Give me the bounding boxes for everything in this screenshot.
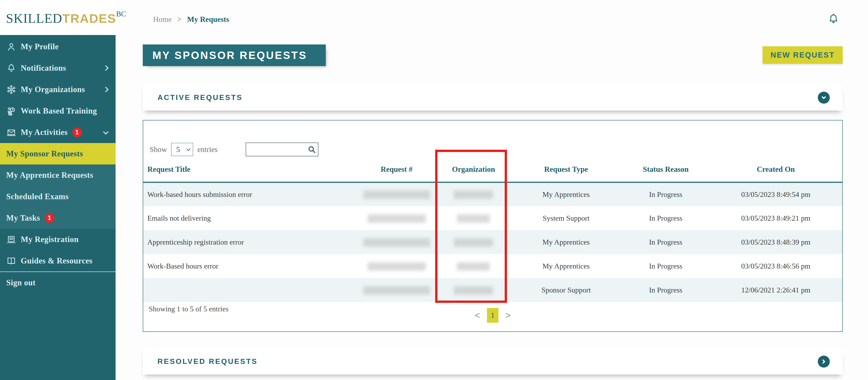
notifications-bell-icon[interactable] <box>828 12 839 25</box>
cell-organization <box>437 254 510 278</box>
sidebar-item-label: Scheduled Exams <box>6 192 69 201</box>
app-window: SKILLEDTRADESBC My Profile Notifications <box>0 0 868 380</box>
training-clock-icon <box>6 106 17 116</box>
sidebar-item-label: My Registration <box>21 235 79 244</box>
sidebar-item-my-apprentice-requests[interactable]: My Apprentice Requests <box>0 165 116 186</box>
page-size-select[interactable]: 5 <box>171 143 193 156</box>
active-requests-panel: Show 5 entries Request Tit <box>143 120 843 332</box>
activities-icon <box>6 127 17 138</box>
chevron-right-icon <box>821 358 827 364</box>
breadcrumb-home-link[interactable]: Home <box>153 15 172 24</box>
cell-organization <box>437 278 510 302</box>
requests-table: Request Title Request # Organization Req… <box>143 157 842 302</box>
cell-request-number <box>356 182 437 206</box>
cell-request-title <box>143 278 356 302</box>
cell-status-reason: In Progress <box>622 206 710 230</box>
redacted-request-number <box>368 214 426 223</box>
sidebar-item-guides-resources[interactable]: Guides & Resources <box>0 250 116 271</box>
table-row[interactable]: Sponsor Support In Progress 12/06/2021 2… <box>143 278 842 302</box>
pagination-prev-button[interactable]: < <box>475 310 480 321</box>
sidebar-item-notifications[interactable]: Notifications <box>0 57 116 79</box>
cell-request-title: Work-Based hours error <box>143 254 356 278</box>
breadcrumb: Home > My Requests <box>153 15 229 24</box>
breadcrumb-current: My Requests <box>187 15 229 24</box>
redacted-request-number <box>363 238 430 247</box>
redacted-organization <box>457 214 490 223</box>
sidebar-item-work-based-training[interactable]: Work Based Training <box>0 100 116 122</box>
cell-organization <box>437 182 510 206</box>
column-header-organization[interactable]: Organization <box>437 157 510 182</box>
cell-status-reason: In Progress <box>622 254 710 278</box>
sidebar-item-my-tasks[interactable]: My Tasks 1 <box>0 207 116 229</box>
pagination-next-button[interactable]: > <box>505 310 511 321</box>
cell-request-title: Emails not delivering <box>143 206 356 230</box>
expand-resolved-requests-button[interactable] <box>818 356 830 368</box>
sidebar-item-my-profile[interactable]: My Profile <box>0 36 116 57</box>
cell-created-on: 03/05/2023 8:49:21 pm <box>709 206 842 230</box>
page-size-value: 5 <box>176 145 180 154</box>
cell-created-on: 03/05/2023 8:46:56 pm <box>709 254 842 278</box>
open-book-icon <box>6 256 17 266</box>
redacted-organization <box>454 238 493 247</box>
sidebar-item-my-sponsor-requests[interactable]: My Sponsor Requests <box>0 143 116 165</box>
resolved-requests-title: RESOLVED REQUESTS <box>143 348 258 375</box>
person-icon <box>6 41 17 52</box>
registration-icon <box>6 234 17 245</box>
sidebar-item-label: Guides & Resources <box>21 256 93 266</box>
chevron-down-icon <box>186 147 190 151</box>
table-row[interactable]: Work-based hours submission error My App… <box>143 182 842 206</box>
sidebar-item-sign-out[interactable]: Sign out <box>0 272 116 293</box>
sidebar-item-label: My Tasks <box>6 213 40 223</box>
redacted-organization <box>457 262 490 271</box>
cell-created-on: 03/05/2023 8:49:54 pm <box>709 182 842 206</box>
brand-logo[interactable]: SKILLEDTRADESBC <box>0 0 116 26</box>
chevron-right-icon <box>103 87 108 92</box>
sidebar-item-scheduled-exams[interactable]: Scheduled Exams <box>0 186 116 207</box>
pagination-page-1[interactable]: 1 <box>487 308 498 323</box>
sidebar: SKILLEDTRADESBC My Profile Notifications <box>0 0 116 380</box>
table-row[interactable]: Apprenticeship registration error My App… <box>143 230 842 254</box>
activities-count-badge: 1 <box>72 127 82 137</box>
page-title: MY SPONSOR REQUESTS <box>143 45 326 66</box>
main-content: Home > My Requests MY SPONSOR REQUESTS N… <box>116 0 868 380</box>
table-search <box>246 143 318 156</box>
page-title-banner: MY SPONSOR REQUESTS <box>143 45 326 66</box>
cell-request-type: My Apprentices <box>510 230 622 254</box>
collapse-active-requests-button[interactable] <box>818 92 830 104</box>
sidebar-item-label: Sign out <box>6 278 36 287</box>
cell-organization <box>437 230 510 254</box>
cell-request-number <box>356 206 437 230</box>
column-header-request-number[interactable]: Request # <box>356 157 437 182</box>
active-requests-header[interactable]: ACTIVE REQUESTS <box>143 85 843 111</box>
resolved-requests-header[interactable]: RESOLVED REQUESTS <box>143 348 843 375</box>
sidebar-item-my-activities[interactable]: My Activities 1 <box>0 122 116 143</box>
brand-logo-trades: TRADES <box>62 11 116 25</box>
column-header-request-type[interactable]: Request Type <box>510 157 622 182</box>
cell-request-title: Work-based hours submission error <box>143 182 356 206</box>
search-icon <box>307 145 316 154</box>
active-requests-title: ACTIVE REQUESTS <box>143 85 243 111</box>
sidebar-item-label: My Profile <box>21 42 59 51</box>
new-request-button[interactable]: NEW REQUEST <box>763 46 843 64</box>
cell-created-on: 03/05/2023 8:48:39 pm <box>709 230 842 254</box>
column-header-request-title[interactable]: Request Title <box>143 157 356 182</box>
redacted-organization <box>454 191 493 199</box>
cell-request-number <box>356 254 437 278</box>
sidebar-nav: My Profile Notifications My Organization… <box>0 35 116 380</box>
sidebar-item-my-registration[interactable]: My Registration <box>0 229 116 250</box>
cell-status-reason: In Progress <box>622 182 710 206</box>
column-header-status-reason[interactable]: Status Reason <box>622 157 710 182</box>
cell-created-on: 12/06/2021 2:26:41 pm <box>709 278 842 302</box>
table-row[interactable]: Emails not delivering System Support In … <box>143 206 842 230</box>
chevron-down-icon <box>821 95 827 100</box>
table-row[interactable]: Work-Based hours error My Apprentices In… <box>143 254 842 278</box>
cell-request-type: My Apprentices <box>510 254 622 278</box>
column-header-created-on[interactable]: Created On <box>709 157 842 182</box>
cell-request-number <box>356 230 437 254</box>
redacted-request-number <box>363 191 430 199</box>
sidebar-item-my-organizations[interactable]: My Organizations <box>0 79 116 100</box>
table-header-row: Request Title Request # Organization Req… <box>143 157 842 182</box>
sidebar-item-label: My Apprentice Requests <box>6 171 93 180</box>
breadcrumb-separator: > <box>177 15 182 24</box>
redacted-request-number <box>363 286 430 295</box>
